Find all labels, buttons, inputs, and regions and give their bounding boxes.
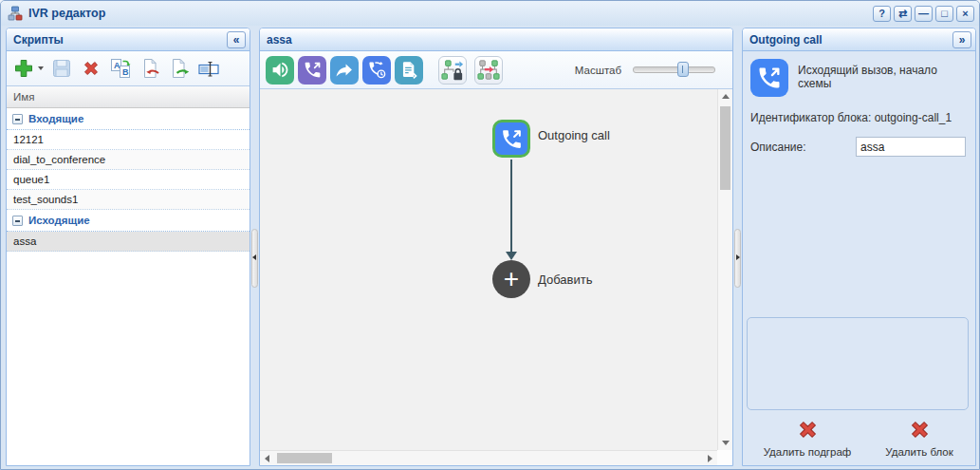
add-block-button[interactable]: + [492, 260, 530, 298]
scripts-panel: Скрипты « [6, 28, 250, 466]
delete-subgraph-label: Удалить подграф [764, 446, 852, 458]
scripts-toolbar: A B [7, 51, 250, 86]
edit-name-button[interactable] [197, 57, 220, 80]
script-doc-icon [399, 60, 419, 80]
group-label: Входящие [28, 108, 83, 129]
block-id-text: Идентификатор блока: outgoing-call_1 [750, 111, 968, 124]
play-sound-button[interactable] [266, 56, 294, 85]
delete-block-button[interactable]: Удалить блок [872, 416, 967, 458]
node-label: Outgoing call [538, 128, 610, 142]
expand-panel-button[interactable]: » [952, 31, 971, 48]
scale-control: Масштаб [575, 65, 727, 76]
delete-x-icon [794, 416, 822, 443]
flowchart-lock-icon [441, 59, 464, 82]
canvas-panel-header: assa [260, 28, 732, 51]
collapse-right-handle[interactable] [734, 229, 741, 288]
collapse-panel-button[interactable]: « [227, 31, 246, 48]
add-block-label: Добавить [538, 273, 592, 287]
canvas-panel-title: assa [267, 33, 729, 47]
list-item[interactable]: 12121 [7, 130, 250, 150]
close-button[interactable]: × [956, 6, 974, 22]
description-input[interactable] [856, 137, 966, 157]
schema-canvas[interactable]: Outgoing call + Добавить [260, 89, 732, 465]
forward-arrow-icon [335, 60, 355, 80]
delete-icon [80, 57, 102, 80]
save-script-button[interactable] [50, 57, 73, 80]
scripts-panel-title: Скрипты [13, 33, 227, 47]
scale-slider[interactable] [633, 66, 715, 73]
list-item-selected[interactable]: assa [7, 232, 250, 252]
delete-script-button[interactable] [80, 57, 102, 80]
right-splitter[interactable] [733, 28, 742, 466]
ivr-editor-window: IVR редактор ? ⇄ — □ × Скрипты « [0, 0, 980, 470]
titlebar: IVR редактор ? ⇄ — □ × [1, 1, 979, 26]
svg-text:B: B [122, 67, 129, 77]
transfer-button[interactable] [330, 56, 359, 85]
minimize-button[interactable]: — [915, 6, 933, 22]
horizontal-scrollbar[interactable] [260, 450, 717, 465]
phone-outgoing-icon [303, 60, 323, 80]
canvas-toolbar: Масштаб [260, 51, 732, 89]
horizontal-scroll-thumb[interactable] [277, 453, 332, 463]
delete-block-label: Удалить блок [885, 446, 952, 458]
maximize-button[interactable]: □ [935, 6, 953, 22]
text-field-icon [197, 57, 220, 80]
collapse-group-icon[interactable] [12, 216, 23, 226]
outgoing-call-button[interactable] [298, 56, 326, 85]
group-row-incoming[interactable]: Входящие [7, 108, 250, 130]
import-script-button[interactable] [139, 57, 161, 80]
export-script-button[interactable] [168, 57, 191, 80]
delete-subgraph-button[interactable]: Удалить подграф [747, 416, 868, 458]
block-subtitle: Исходящий вызов, начало схемы [798, 64, 968, 90]
collapse-group-icon[interactable] [12, 114, 23, 124]
outgoing-call-node[interactable] [492, 120, 530, 158]
scrollbar-corner [717, 450, 732, 465]
add-menu-caret-icon[interactable] [38, 66, 44, 70]
group-label: Исходящие [28, 210, 90, 231]
left-splitter[interactable] [250, 28, 259, 466]
redial-timer-button[interactable] [362, 56, 391, 85]
scale-slider-thumb[interactable] [677, 62, 689, 77]
rename-script-button[interactable]: A B [109, 57, 132, 80]
properties-body: Исходящий вызов, начало схемы Идентифика… [743, 51, 975, 466]
empty-fieldset [747, 317, 969, 410]
grid-column-name[interactable]: Имя [7, 86, 250, 108]
vertical-scroll-thumb[interactable] [720, 106, 730, 190]
flowchart-icon [8, 6, 23, 21]
list-item[interactable]: test_sounds1 [7, 190, 250, 210]
refresh-button[interactable]: ⇄ [894, 6, 912, 22]
scripts-panel-header: Скрипты « [7, 28, 250, 51]
scale-label: Масштаб [575, 65, 621, 76]
scroll-left-icon[interactable] [265, 455, 269, 462]
script-button[interactable] [395, 56, 423, 85]
properties-panel-title: Outgoing call [749, 33, 952, 47]
help-button[interactable]: ? [873, 6, 891, 22]
svg-text:A: A [114, 61, 120, 70]
add-script-button[interactable] [12, 57, 44, 80]
scroll-right-icon[interactable] [708, 455, 712, 462]
list-item[interactable]: queue1 [7, 170, 250, 190]
canvas-panel: assa [259, 28, 733, 466]
description-label: Описание: [750, 141, 856, 154]
collapse-left-handle[interactable] [251, 229, 258, 288]
list-item[interactable]: dial_to_conference [7, 150, 250, 170]
import-icon [139, 57, 161, 80]
edge-line [510, 160, 512, 254]
group-row-outgoing[interactable]: Исходящие [7, 210, 250, 232]
add-icon [12, 57, 35, 80]
subgraph-insert-button[interactable] [474, 56, 503, 85]
flowchart-insert-icon [477, 59, 500, 82]
subgraph-lock-button[interactable] [438, 56, 467, 85]
edge-arrowhead-icon [506, 252, 517, 260]
vertical-scrollbar[interactable] [717, 89, 732, 450]
properties-panel: Outgoing call » Исходящий вызов, начало … [742, 28, 976, 466]
volume-icon [270, 60, 290, 80]
phone-outgoing-icon [500, 127, 524, 151]
scroll-up-icon[interactable] [722, 94, 730, 99]
scroll-down-icon[interactable] [722, 441, 730, 445]
export-icon [168, 57, 191, 80]
window-title: IVR редактор [28, 7, 870, 20]
phone-outgoing-icon [756, 65, 783, 91]
properties-panel-header: Outgoing call » [743, 28, 975, 51]
save-icon [50, 57, 73, 80]
